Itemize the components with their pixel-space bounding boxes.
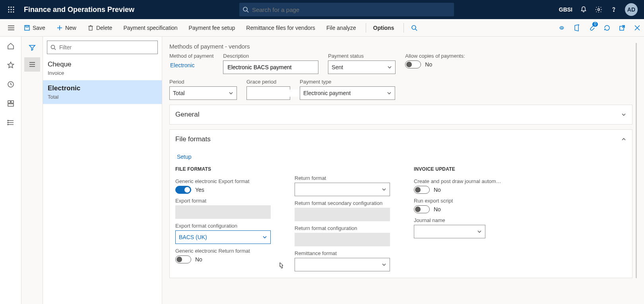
chevron-down-icon [262, 235, 267, 240]
invoice-update-subheader: INVOICE UPDATE [414, 166, 509, 172]
list-item-title: Cheque [48, 60, 157, 68]
svg-point-7 [10, 11, 12, 12]
avatar[interactable]: AD [625, 3, 638, 16]
copilot-icon[interactable] [558, 24, 565, 31]
home-icon[interactable] [3, 38, 19, 54]
app-launcher-icon[interactable] [3, 2, 19, 18]
description-input[interactable] [223, 60, 318, 74]
payment-status-select[interactable]: Sent [328, 60, 396, 74]
company-label[interactable]: GBSI [559, 6, 572, 13]
method-of-payment-label: Method of payment [169, 53, 213, 59]
list-view-icon[interactable] [24, 57, 40, 72]
svg-line-28 [622, 25, 625, 28]
list-filter[interactable] [47, 41, 158, 54]
run-export-value: No [434, 206, 441, 212]
payment-specification-button[interactable]: Payment specification [122, 23, 179, 33]
close-icon[interactable] [634, 24, 641, 31]
shell-right: GBSI AD [559, 3, 638, 16]
workspaces-icon[interactable] [3, 95, 19, 111]
list-item-sub: Total [48, 94, 157, 100]
run-export-toggle[interactable] [414, 205, 430, 213]
period-select[interactable]: Total [169, 86, 237, 100]
popout-icon[interactable] [619, 24, 626, 31]
options-button[interactable]: Options [366, 23, 396, 33]
journal-name-label: Journal name [414, 217, 509, 223]
save-label: Save [33, 25, 45, 31]
svg-rect-20 [89, 26, 92, 30]
action-bar: Save New Delete Payment specification Pa… [0, 19, 644, 37]
general-header[interactable]: General [170, 105, 632, 124]
office-icon[interactable] [573, 24, 580, 31]
bell-icon[interactable] [580, 6, 588, 14]
new-button[interactable]: New [55, 23, 78, 33]
generic-return-toggle[interactable] [175, 255, 191, 263]
svg-line-24 [415, 29, 417, 31]
search-icon [411, 25, 417, 31]
setup-link[interactable]: Setup [177, 154, 192, 160]
svg-point-44 [51, 45, 55, 49]
file-analyze-button[interactable]: File analyze [325, 23, 358, 33]
create-post-toggle[interactable] [414, 186, 430, 194]
save-button[interactable]: Save [22, 23, 47, 33]
description-label: Description [223, 53, 318, 59]
export-format-input [175, 205, 271, 219]
create-post-label: Create and post draw journal autom… [414, 178, 509, 184]
generic-return-label: Generic electronic Return format [175, 248, 271, 254]
payment-type-select[interactable]: Electronic payment [300, 86, 395, 100]
list-item-electronic[interactable]: Electronic Total [43, 80, 162, 104]
search-icon [50, 45, 56, 50]
list-item-title: Electronic [48, 84, 157, 92]
svg-point-9 [243, 7, 247, 11]
svg-point-23 [412, 25, 416, 29]
payment-fee-setup-button[interactable]: Payment fee setup [187, 23, 237, 33]
svg-point-6 [8, 11, 9, 12]
return-format-label: Return format [295, 175, 390, 181]
allow-copies-toggle[interactable] [405, 60, 421, 68]
return-format-select[interactable] [295, 183, 390, 196]
export-config-label: Export format configuration [175, 223, 271, 229]
journal-name-select[interactable] [414, 225, 485, 238]
delete-button[interactable]: Delete [86, 23, 114, 33]
help-icon[interactable] [610, 6, 618, 14]
favorites-icon[interactable] [3, 57, 19, 73]
return-config-label: Return format configuration [295, 225, 390, 231]
generic-export-label: Generic electronic Export format [175, 178, 271, 184]
period-label: Period [169, 79, 237, 85]
list-item-cheque[interactable]: Cheque Invoice [43, 57, 162, 80]
file-formats-header[interactable]: File formats [170, 130, 632, 149]
nav-toggle-icon[interactable] [3, 20, 19, 36]
grace-period-input[interactable] [246, 86, 290, 100]
remittance-files-button[interactable]: Remittance files for vendors [244, 23, 317, 33]
search-icon [242, 6, 249, 13]
svg-point-8 [13, 11, 14, 12]
modules-icon[interactable] [3, 115, 19, 131]
payment-status-label: Payment status [328, 53, 396, 59]
attachments-icon[interactable]: 0 [588, 24, 596, 31]
return-config-input [295, 233, 390, 246]
detail-pane: Methods of payment - vendors Method of p… [162, 37, 644, 304]
export-config-select[interactable]: BACS (UK) [175, 230, 271, 244]
filter-icon[interactable] [24, 41, 40, 55]
svg-rect-32 [8, 101, 10, 103]
recent-icon[interactable] [3, 76, 19, 92]
generic-export-toggle[interactable] [175, 186, 191, 194]
chevron-down-icon [229, 91, 233, 95]
method-of-payment-value[interactable]: Electronic [169, 60, 213, 70]
global-search[interactable] [239, 3, 454, 16]
list-pane: Cheque Invoice Electronic Total [43, 37, 162, 304]
action-search-button[interactable] [403, 23, 419, 33]
chevron-down-icon [382, 262, 386, 267]
page-heading: Methods of payment - vendors [169, 43, 632, 50]
refresh-icon[interactable] [603, 24, 611, 31]
svg-point-25 [561, 27, 563, 29]
remittance-format-select[interactable] [295, 258, 390, 271]
filter-rail [21, 37, 43, 304]
list-item-sub: Invoice [48, 70, 157, 76]
plus-icon [56, 25, 63, 31]
global-search-input[interactable] [251, 6, 451, 14]
svg-line-10 [247, 11, 248, 12]
gear-icon[interactable] [595, 6, 603, 14]
payment-type-label: Payment type [300, 79, 395, 85]
list-filter-input[interactable] [58, 44, 154, 51]
svg-point-3 [8, 9, 9, 10]
